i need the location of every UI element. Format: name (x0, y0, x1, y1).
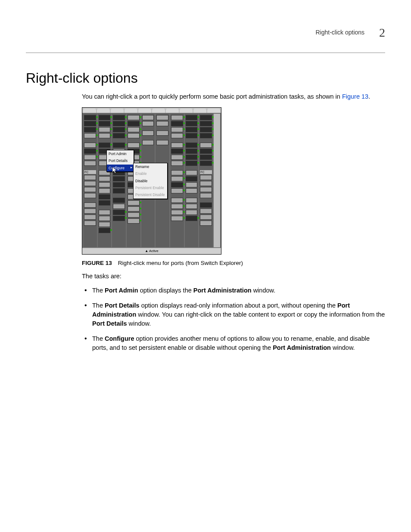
port-slot[interactable] (84, 215, 96, 220)
port-slot[interactable] (171, 133, 183, 138)
menu-item-configure[interactable]: Configure (107, 165, 134, 171)
port-slot[interactable] (128, 200, 140, 205)
port-slot[interactable] (200, 133, 212, 138)
port-slot[interactable] (186, 155, 198, 160)
tab[interactable] (193, 109, 206, 113)
port-slot[interactable] (84, 181, 96, 186)
port-slot[interactable] (142, 115, 154, 120)
port-slot[interactable] (113, 198, 125, 203)
port-slot[interactable] (156, 121, 168, 126)
tab[interactable] (83, 109, 96, 113)
port-slot[interactable] (128, 206, 140, 212)
port-slot[interactable] (200, 121, 212, 126)
port-slot[interactable] (186, 133, 198, 138)
port-slot[interactable] (113, 188, 125, 193)
port-slot[interactable] (200, 115, 212, 120)
port-slot[interactable] (186, 176, 198, 181)
port-slot[interactable] (186, 188, 198, 193)
port-slot[interactable] (99, 115, 111, 120)
port-slot[interactable] (186, 127, 198, 132)
menu-item-port-admin[interactable]: Port Admin (107, 150, 134, 157)
port-slot[interactable] (186, 182, 198, 187)
port-slot[interactable] (99, 216, 111, 221)
port-slot[interactable] (186, 204, 198, 209)
submenu-item-disable[interactable]: Disable (134, 177, 167, 184)
port-slot[interactable] (200, 193, 212, 198)
port-slot[interactable] (171, 143, 183, 148)
port-slot[interactable] (200, 143, 212, 148)
port-slot[interactable] (99, 143, 111, 148)
port-slot[interactable] (171, 161, 183, 166)
port-slot[interactable] (171, 127, 183, 132)
port-slot[interactable] (200, 215, 212, 220)
port-slot[interactable] (200, 155, 212, 160)
menu-item-port-details[interactable]: Port Details (107, 157, 134, 164)
port-slot[interactable] (84, 127, 96, 132)
port-slot[interactable] (113, 133, 125, 138)
port-slot[interactable] (113, 143, 125, 148)
port-slot[interactable] (171, 204, 183, 209)
port-slot[interactable] (99, 176, 111, 181)
port-slot[interactable] (99, 121, 111, 126)
port-slot[interactable] (186, 170, 198, 175)
port-slot[interactable] (186, 210, 198, 215)
port-slot[interactable] (186, 149, 198, 154)
port-slot[interactable] (200, 175, 212, 180)
port-slot[interactable] (99, 210, 111, 215)
port-slot[interactable] (186, 115, 198, 120)
tab[interactable] (111, 109, 124, 113)
port-slot[interactable] (113, 216, 125, 221)
port-slot[interactable] (113, 115, 125, 120)
port-slot[interactable] (99, 228, 111, 233)
port-slot[interactable] (84, 143, 96, 148)
port-slot[interactable] (113, 210, 125, 215)
port-slot[interactable] (156, 140, 168, 145)
port-slot[interactable] (186, 216, 198, 221)
port-slot[interactable] (171, 216, 183, 221)
port-slot[interactable] (171, 149, 183, 154)
port-slot[interactable] (84, 133, 96, 138)
port-slot[interactable] (171, 115, 183, 120)
port-slot[interactable] (186, 121, 198, 126)
port-slot[interactable] (171, 170, 183, 175)
port-slot[interactable] (200, 208, 212, 214)
port-slot[interactable] (99, 182, 111, 187)
port-slot[interactable] (171, 121, 183, 126)
port-slot[interactable] (200, 202, 212, 208)
port-slot[interactable] (84, 155, 96, 160)
port-slot[interactable] (128, 143, 140, 148)
port-slot[interactable] (200, 181, 212, 186)
port-slot[interactable] (171, 188, 183, 193)
tab[interactable] (166, 109, 179, 113)
port-slot[interactable] (156, 131, 168, 136)
port-slot[interactable] (84, 121, 96, 126)
port-slot[interactable] (128, 133, 140, 138)
port-slot[interactable] (99, 188, 111, 193)
tab[interactable] (152, 109, 165, 113)
port-slot[interactable] (84, 193, 96, 198)
port-slot[interactable] (113, 182, 125, 187)
port-slot[interactable] (128, 115, 140, 120)
tab[interactable] (125, 109, 137, 113)
port-slot[interactable] (200, 187, 212, 192)
submenu-item-rename[interactable]: Rename (134, 163, 167, 170)
port-slot[interactable] (128, 127, 140, 132)
port-slot[interactable] (128, 121, 140, 126)
port-slot[interactable] (186, 198, 198, 203)
port-slot[interactable] (99, 200, 111, 205)
port-slot[interactable] (200, 149, 212, 154)
port-slot[interactable] (99, 127, 111, 132)
tab[interactable] (207, 109, 220, 113)
port-slot[interactable] (84, 175, 96, 180)
port-slot[interactable] (186, 161, 198, 166)
port-slot[interactable] (84, 187, 96, 192)
port-slot[interactable] (84, 161, 96, 166)
port-slot[interactable] (200, 161, 212, 166)
port-slot[interactable] (84, 115, 96, 120)
port-slot[interactable] (142, 121, 154, 126)
port-slot[interactable] (128, 218, 140, 224)
port-slot[interactable] (171, 155, 183, 160)
port-slot[interactable] (113, 127, 125, 132)
port-slot[interactable] (142, 131, 154, 136)
port-slot[interactable] (113, 204, 125, 209)
